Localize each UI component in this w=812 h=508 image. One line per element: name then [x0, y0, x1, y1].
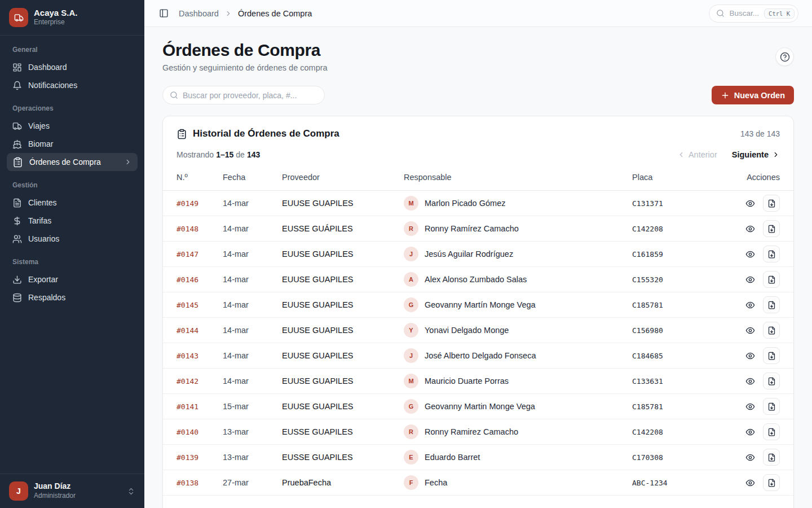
- order-provider: EUUSE GUAPILES: [282, 199, 404, 208]
- next-page-button[interactable]: Siguiente: [732, 150, 780, 159]
- view-order-button[interactable]: [742, 220, 758, 237]
- eye-icon: [745, 275, 755, 284]
- chevron-left-icon: [677, 151, 685, 159]
- view-order-button[interactable]: [742, 347, 758, 364]
- download-order-button[interactable]: [763, 398, 780, 415]
- sidebar-item-clientes[interactable]: Clientes: [7, 194, 138, 212]
- sidebar-item-usuarios[interactable]: Usuarios: [7, 230, 138, 248]
- order-number: #0148: [176, 225, 223, 233]
- table-row[interactable]: #0138 27-mar PruebaFecha F Fecha ABC-123…: [163, 470, 793, 496]
- table-row[interactable]: #0140 13-mar EUSSE GUAPILES R Ronny Rami…: [163, 419, 793, 445]
- breadcrumb-dashboard[interactable]: Dashboard: [179, 9, 219, 18]
- download-order-button[interactable]: [763, 195, 780, 212]
- sidebar-item-viajes[interactable]: Viajes: [7, 117, 138, 135]
- file-download-icon: [767, 352, 776, 360]
- chevron-right-icon: [224, 10, 232, 17]
- eye-icon: [745, 402, 755, 411]
- view-order-button[interactable]: [742, 423, 758, 440]
- bell-icon: [12, 81, 22, 90]
- clipboard-icon: [12, 157, 23, 168]
- download-order-button[interactable]: [763, 474, 780, 491]
- file-download-icon: [767, 402, 776, 411]
- pagination: Anterior Siguiente: [677, 150, 780, 159]
- table-row[interactable]: #0144 14-mar EUUSE GUAPILES Y Yonavi Del…: [163, 318, 793, 343]
- topbar: Dashboard Órdenes de Compra Buscar... Ct…: [144, 0, 812, 27]
- sidebar-toggle-button[interactable]: [158, 7, 170, 19]
- card-title: Historial de Órdenes de Compra: [193, 128, 339, 139]
- user-role: Administrador: [34, 492, 76, 501]
- sidebar-item-dashboard[interactable]: Dashboard: [7, 58, 138, 76]
- view-order-button[interactable]: [742, 296, 758, 313]
- user-menu[interactable]: J Juan Díaz Administrador: [0, 474, 144, 508]
- sidebar-item-biomar[interactable]: Biomar: [7, 135, 138, 153]
- order-plate: C161859: [632, 250, 718, 259]
- view-order-button[interactable]: [742, 271, 758, 288]
- download-order-button[interactable]: [763, 246, 780, 262]
- clipboard-icon: [176, 129, 187, 139]
- view-order-button[interactable]: [742, 195, 758, 212]
- order-provider: EUSSE GUAPILES: [282, 453, 404, 462]
- eye-icon: [745, 199, 755, 208]
- sidebar-item-respaldos[interactable]: Respaldos: [7, 288, 138, 306]
- order-responsible: R Ronny Ramírez Camacho: [404, 221, 632, 236]
- sidebar-item-ordenes-de-compra[interactable]: Órdenes de Compra: [7, 153, 138, 171]
- card-subheader: Mostrando 1–15 de 143 Anterior Siguiente: [163, 139, 793, 159]
- table-row[interactable]: #0143 14-mar EUUSE GUAPILES J José Alber…: [163, 343, 793, 369]
- download-order-button[interactable]: [763, 347, 780, 364]
- order-provider: EUUSE GUAPILES: [282, 351, 404, 360]
- sidebar-section: Gestión Clientes Tarifas Usuarios: [7, 181, 138, 248]
- eye-icon: [745, 351, 755, 361]
- responsible-avatar: G: [404, 399, 418, 414]
- view-order-button[interactable]: [742, 373, 758, 389]
- order-number: #0145: [176, 301, 223, 309]
- eye-icon: [745, 249, 755, 259]
- download-order-button[interactable]: [763, 449, 780, 466]
- order-responsible: R Ronny Ramirez Camacho: [404, 424, 632, 439]
- global-search-label: Buscar...: [730, 9, 760, 17]
- table-row[interactable]: #0141 15-mar EUUSE GUAPILES G Geovanny M…: [163, 394, 793, 419]
- global-search-button[interactable]: Buscar... Ctrl K: [709, 5, 798, 23]
- order-responsible: J Jesús Aguilar Rodríguez: [404, 247, 632, 261]
- sidebar-item-notificaciones[interactable]: Notificaciones: [7, 76, 138, 94]
- plus-icon: [721, 91, 730, 100]
- download-icon: [12, 275, 22, 284]
- table-row[interactable]: #0149 14-mar EUUSE GUAPILES M Marlon Pic…: [163, 191, 793, 216]
- order-number: #0142: [176, 377, 223, 386]
- order-provider: EUUSE GUAPILES: [282, 249, 404, 259]
- brand: Acaya S.A. Enterprise: [0, 0, 144, 36]
- help-button[interactable]: [775, 47, 794, 66]
- download-order-button[interactable]: [763, 271, 780, 288]
- view-order-button[interactable]: [742, 246, 758, 262]
- sidebar-item-tarifas[interactable]: Tarifas: [7, 212, 138, 230]
- new-order-button[interactable]: Nueva Orden: [712, 86, 794, 104]
- table-row[interactable]: #0146 14-mar EUUSE GUAPILES A Alex Alons…: [163, 267, 793, 292]
- order-number: #0143: [176, 352, 223, 360]
- view-order-button[interactable]: [742, 449, 758, 466]
- download-order-button[interactable]: [763, 322, 780, 339]
- download-order-button[interactable]: [763, 220, 780, 237]
- order-plate: C184685: [632, 352, 718, 360]
- chevrons-up-down-icon: [127, 487, 135, 496]
- table-row[interactable]: #0148 14-mar EUSSE GUÁPILES R Ronny Ramí…: [163, 216, 793, 242]
- table-row[interactable]: #0139 13-mar EUSSE GUAPILES E Eduardo Ba…: [163, 445, 793, 470]
- order-plate: C185781: [632, 402, 718, 411]
- table-row[interactable]: #0145 14-mar EUUSE GUAPILES G Geovanny M…: [163, 292, 793, 318]
- orders-search-input[interactable]: [183, 91, 317, 100]
- brand-plan: Enterprise: [34, 18, 78, 27]
- sidebar-item-exportar[interactable]: Exportar: [7, 270, 138, 288]
- view-order-button[interactable]: [742, 322, 758, 339]
- orders-search: [162, 86, 325, 104]
- download-order-button[interactable]: [763, 296, 780, 313]
- download-order-button[interactable]: [763, 423, 780, 440]
- view-order-button[interactable]: [742, 474, 758, 491]
- download-order-button[interactable]: [763, 373, 780, 389]
- order-plate: C142208: [632, 225, 718, 233]
- order-provider: EUUSE GUAPILES: [282, 300, 404, 309]
- table-body: #0149 14-mar EUUSE GUAPILES M Marlon Pic…: [163, 191, 793, 496]
- table-row[interactable]: #0142 14-mar EUUSE GUAPILES M Mauricio D…: [163, 369, 793, 394]
- order-plate: C131371: [632, 199, 718, 208]
- prev-page-button[interactable]: Anterior: [677, 150, 717, 159]
- table-row[interactable]: #0147 14-mar EUUSE GUAPILES J Jesús Agui…: [163, 242, 793, 267]
- view-order-button[interactable]: [742, 398, 758, 415]
- content: Órdenes de Compra Gestión y seguimiento …: [144, 27, 812, 508]
